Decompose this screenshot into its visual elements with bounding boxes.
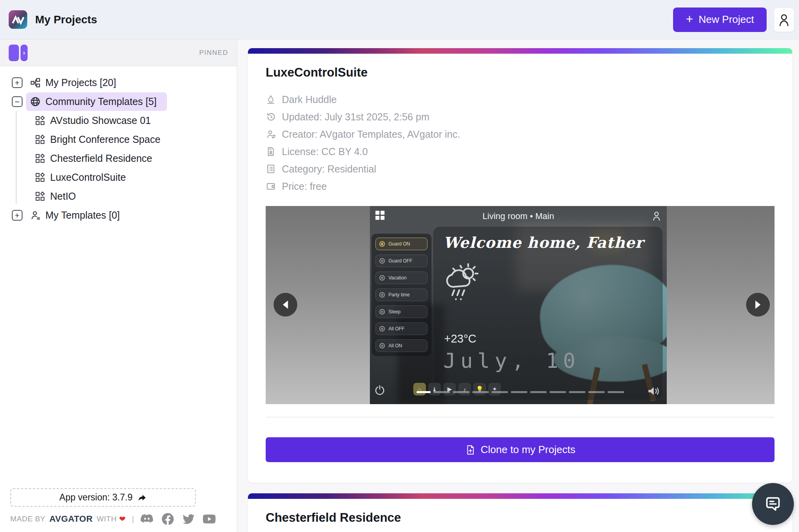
- tree-connector-line: [16, 111, 17, 204]
- app-version-label: App version: 3.7.9: [59, 492, 132, 503]
- theme-icon: [266, 94, 276, 105]
- arrow-right-icon: [754, 300, 762, 310]
- page-dash[interactable]: [453, 391, 469, 393]
- tree-item-label: AVstudio Showcase 01: [50, 115, 151, 126]
- sidebar-header: › PINNED: [0, 39, 237, 66]
- tree-item-label: LuxeControlSuite: [50, 172, 126, 183]
- card-gradient-bar: [248, 48, 792, 54]
- card-gradient-bar: [248, 493, 792, 499]
- arrow-left-icon: [281, 300, 290, 310]
- discord-icon: [140, 514, 154, 524]
- radio-icon: [379, 258, 385, 264]
- youtube-link[interactable]: [203, 514, 216, 524]
- scene-label: All ON: [388, 343, 402, 348]
- card-title: Chesterfield Residence: [266, 511, 775, 525]
- tree-item-label: Bright Conference Space: [50, 134, 160, 145]
- app-window: My Projects + New Project › PINNED: [0, 0, 799, 532]
- page-dash[interactable]: [550, 391, 566, 393]
- meta-text: Category: Residential: [282, 163, 376, 175]
- radio-icon: [379, 275, 385, 281]
- card-metadata: Dark Huddle Updated: July 31st 2025, 2:5…: [266, 91, 775, 195]
- scene-button-sleep[interactable]: Sleep: [375, 305, 428, 318]
- meta-category: Category: Residential: [266, 160, 775, 178]
- tree-item-luxecontrolsuite[interactable]: LuxeControlSuite: [0, 168, 237, 187]
- scene-button-guard-off[interactable]: Guard OFF: [375, 255, 428, 267]
- home-app-icon: ⌂: [413, 383, 426, 395]
- tree-item-community-templates[interactable]: − Community Templates [5]: [0, 92, 237, 111]
- scene-button-all-off[interactable]: All OFF: [375, 322, 428, 335]
- meta-license: License: CC BY 4.0: [266, 143, 775, 160]
- expand-icon[interactable]: +: [12, 77, 23, 88]
- scene-label: Vacation: [388, 275, 407, 281]
- tree-item-netio[interactable]: NetIO: [0, 187, 237, 206]
- tree-item-label: Community Templates [5]: [45, 96, 157, 107]
- tree-item-bright-conference-space[interactable]: Bright Conference Space: [0, 130, 237, 149]
- expand-icon[interactable]: +: [12, 210, 23, 221]
- scene-label: Guard OFF: [388, 258, 413, 264]
- weather-icon: [442, 261, 481, 305]
- page-title: My Projects: [35, 13, 97, 26]
- climate-app-icon: 🌡: [428, 383, 441, 395]
- power-icon: [374, 384, 386, 396]
- hierarchy-icon: [30, 77, 41, 88]
- page-dash[interactable]: [569, 391, 585, 393]
- sidebar-footer: MADE BY AVGATOR WITH ❤ |: [10, 513, 216, 525]
- page-dash[interactable]: [608, 391, 624, 393]
- scene-button-party-time[interactable]: Party time: [375, 288, 428, 301]
- support-chat-button[interactable]: [752, 483, 794, 525]
- page-dash[interactable]: [472, 391, 489, 393]
- creator-icon: [266, 129, 276, 139]
- twitter-icon: [182, 514, 195, 525]
- light-app-icon: 💡: [473, 383, 486, 395]
- page-dash[interactable]: [433, 391, 450, 393]
- facebook-icon: [162, 513, 174, 525]
- page-dash[interactable]: [588, 391, 605, 393]
- profile-button[interactable]: [774, 7, 794, 32]
- carousel-prev-button[interactable]: [274, 293, 297, 317]
- tree-item-my-projects[interactable]: + My Projects [20]: [0, 73, 237, 92]
- scene-button-guard-on[interactable]: Guard ON: [375, 238, 428, 250]
- made-by-label: MADE BY: [10, 515, 45, 523]
- template-icon: [35, 115, 45, 126]
- discord-link[interactable]: [140, 514, 154, 524]
- app-dock: ⌂ 🌡 ▶ ♪ 💡 ✦: [413, 383, 501, 395]
- pinned-label: PINNED: [199, 49, 228, 57]
- facebook-link[interactable]: [162, 513, 174, 525]
- tree-item-label: Chesterfield Residence: [50, 153, 152, 164]
- tree-item-label: My Templates [0]: [45, 210, 120, 221]
- tree-item-my-templates[interactable]: + My Templates [0]: [0, 206, 237, 225]
- date-display: July, 10: [443, 349, 580, 373]
- clone-file-icon: [465, 444, 475, 455]
- scene-menu: Guard ON Guard OFF Vacation Party t: [371, 234, 431, 356]
- heart-icon: ❤: [119, 514, 126, 524]
- tree-item-avstudio-showcase-01[interactable]: AVstudio Showcase 01: [0, 111, 237, 130]
- scene-button-all-on[interactable]: All ON: [375, 339, 428, 352]
- page-dash[interactable]: [511, 391, 527, 393]
- category-icon: [266, 164, 276, 174]
- sidebar-collapse-toggle[interactable]: ›: [9, 45, 28, 61]
- chevron-right-icon: ›: [21, 45, 28, 61]
- with-label: WITH: [97, 515, 117, 523]
- meta-price: Price: free: [266, 178, 775, 195]
- section-divider: [266, 417, 775, 418]
- page-dash[interactable]: [530, 391, 547, 393]
- carousel-next-button[interactable]: [746, 293, 770, 317]
- scene-label: Guard ON: [388, 241, 410, 247]
- carousel-page-indicator: [416, 391, 624, 393]
- chat-bubble-icon: [764, 495, 782, 513]
- clone-to-projects-button[interactable]: Clone to my Projects: [266, 437, 775, 462]
- app-version-box[interactable]: App version: 3.7.9: [10, 488, 196, 507]
- top-header: My Projects + New Project: [0, 0, 799, 39]
- scene-button-vacation[interactable]: Vacation: [375, 272, 428, 284]
- radio-icon: [379, 292, 385, 298]
- new-project-button[interactable]: + New Project: [673, 7, 767, 32]
- share-icon: [137, 493, 147, 502]
- panel-icon: [9, 45, 19, 61]
- new-project-label: New Project: [699, 13, 754, 26]
- tree-item-chesterfield-residence[interactable]: Chesterfield Residence: [0, 149, 237, 168]
- page-dash[interactable]: [491, 391, 508, 393]
- twitter-link[interactable]: [182, 514, 195, 525]
- page-dash-active[interactable]: [416, 391, 431, 393]
- plus-icon: +: [686, 13, 693, 25]
- collapse-icon[interactable]: −: [12, 96, 23, 107]
